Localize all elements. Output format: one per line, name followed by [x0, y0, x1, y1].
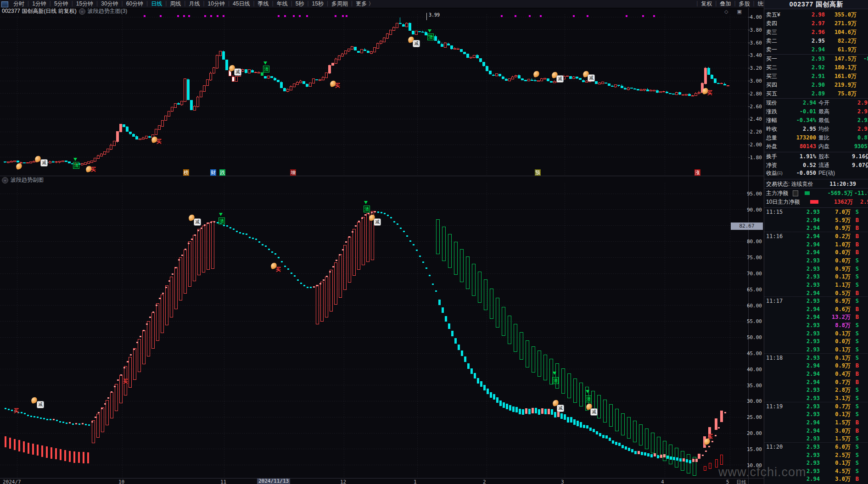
event-badge-预[interactable]: 预 [535, 169, 541, 176]
trade-row[interactable]: 2.930.0万S [764, 337, 868, 345]
period-item-1[interactable]: 分时 [10, 0, 28, 8]
trade-row[interactable]: 2.945.9万B [764, 216, 868, 224]
trade-row[interactable]: 2.930.0万S [764, 256, 868, 265]
main-net-flow-row[interactable]: 主力净额-569.5万-11.9% [764, 189, 868, 197]
trade-row[interactable]: 11:152.937.0万S [764, 208, 868, 216]
period-item-16[interactable]: 多周期 [328, 0, 351, 8]
stat-row[interactable]: 收益㈢-0.050PE(动)- [764, 169, 868, 177]
trade-row[interactable]: 2.932.5万S [764, 451, 868, 459]
trade-row[interactable]: 2.930.1万S [764, 329, 868, 338]
trade-row[interactable]: 2.943.0万B [764, 427, 868, 435]
ask-row-4[interactable]: 卖四2.97271.9万 [764, 19, 868, 28]
trade-row[interactable]: 2.931.5万S [764, 434, 868, 443]
ten-day-net-flow-row[interactable]: 10日主力净额1362万2.9% [764, 198, 868, 206]
list-icon[interactable] [793, 190, 798, 196]
trade-row[interactable]: 11:182.930.1万S [764, 354, 868, 362]
trade-row[interactable]: 2.9413.2万B [764, 313, 868, 321]
ask-row-5[interactable]: 卖五¥2.98355.0万 [764, 11, 868, 19]
event-badge-跌[interactable]: 跌 [219, 169, 225, 176]
trade-row[interactable]: 2.940.9万B [764, 224, 868, 232]
info-row[interactable]: 涨幅-0.34%最低2.92 [764, 116, 868, 124]
bid-row-4[interactable]: 买四2.90219.9万 [764, 81, 868, 89]
period-item-13[interactable]: 年线 [274, 0, 291, 8]
magenta-dot [540, 15, 542, 17]
tool-item-1[interactable]: 复权 [698, 0, 715, 8]
trade-side: B [852, 289, 859, 297]
info-row[interactable]: 涨跌-0.01最高2.98 [764, 107, 868, 116]
period-item-6[interactable]: 60分钟 [123, 0, 146, 8]
chevron-down-icon[interactable]: ⌄ [2, 177, 8, 184]
trade-row[interactable]: 2.938.8万S [764, 321, 868, 329]
field-value: 0.9万 [809, 224, 851, 232]
trade-row[interactable]: 2.932.8万S [764, 386, 868, 394]
trade-row[interactable]: 2.933.1万S [764, 394, 868, 402]
period-item-5[interactable]: 30分钟 [98, 0, 121, 8]
tool-item-2[interactable]: 叠加 [717, 0, 734, 8]
field-value: 9.07亿 [829, 161, 868, 169]
period-item-7[interactable]: 日线 [148, 0, 165, 8]
trade-row[interactable]: 11:192.930.7万S [764, 402, 868, 411]
session-status-row[interactable]: 交易状态: 连续竞价 11:20:39 [764, 180, 868, 188]
bid-row-2[interactable]: 买二2.92180.1万 [764, 63, 868, 72]
period-item-11[interactable]: 45日线 [230, 0, 253, 8]
period-item-14[interactable]: 5秒 [292, 0, 308, 8]
window-icon[interactable] [1, 1, 8, 7]
period-item-2[interactable]: 1分钟 [29, 0, 50, 8]
trade-row[interactable]: 2.940.9万B [764, 362, 868, 370]
trade-side: B [852, 240, 859, 249]
trade-row[interactable]: 2.940.7万B [764, 378, 868, 386]
ask-row-3[interactable]: 卖三2.96104.6万 [764, 28, 868, 36]
period-item-15[interactable]: 15秒 [309, 0, 327, 8]
period-item-4[interactable]: 15分钟 [73, 0, 96, 8]
event-badge-增[interactable]: 增 [290, 169, 296, 176]
trade-row[interactable]: 2.930.1万S [764, 273, 868, 281]
trade-row[interactable]: 2.941.5万B [764, 418, 868, 427]
tool-item-3[interactable]: 多股 [736, 0, 753, 8]
magenta-dot [144, 15, 146, 17]
trade-row[interactable]: 2.930.1万S [764, 345, 868, 354]
trade-row[interactable]: 2.940.4万B [764, 370, 868, 378]
trade-row[interactable]: 2.931.1万S [764, 281, 868, 289]
trade-row[interactable]: 2.940.5万B [764, 289, 868, 297]
bottom-period-tab[interactable]: 日线 [736, 479, 746, 484]
trade-row[interactable]: 2.930.9万S [764, 265, 868, 273]
info-row[interactable]: 现价2.94今开2.96 [764, 99, 868, 107]
period-item-9[interactable]: 月线 [185, 0, 203, 8]
trade-row[interactable]: 2.930.1万S [764, 410, 868, 418]
stat-row[interactable]: 换手1.91%股本9.16亿 [764, 152, 868, 161]
period-item-8[interactable]: 周线 [167, 0, 184, 8]
clear-signal-badge: 清 [552, 377, 559, 384]
bid-row-5[interactable]: 买五2.8975.8万 [764, 89, 868, 98]
chevron-down-icon[interactable]: ⌄ [79, 8, 85, 15]
reduce-signal-badge: 减 [194, 218, 201, 226]
ask-row-1[interactable]: 卖一2.9461.9万 [764, 45, 868, 54]
field-label: 卖一 [766, 45, 777, 54]
trade-row[interactable]: 2.940.0万B [764, 248, 868, 256]
trade-row[interactable]: 2.940.6万B [764, 305, 868, 313]
event-badge-涨[interactable]: 涨 [694, 169, 700, 176]
event-badge-榜[interactable]: 榜 [183, 169, 189, 176]
period-item-17[interactable]: 更多 〉 [353, 0, 377, 8]
ask-row-2[interactable]: 卖二2.9582.2万 [764, 37, 868, 45]
magenta-dot [342, 15, 344, 17]
trade-row[interactable]: 2.941.0万B [764, 240, 868, 249]
info-row[interactable]: 外盘80143内盘93057 [764, 142, 868, 150]
event-badge-财[interactable]: 财 [210, 169, 216, 176]
period-item-3[interactable]: 5分钟 [51, 0, 72, 8]
info-row[interactable]: 总量173200量比0.87 [764, 134, 868, 142]
field-value: 2.96 [829, 99, 868, 107]
field-value: 1.5万 [809, 434, 851, 443]
info-row[interactable]: 昨收2.95均价2.95 [764, 125, 868, 133]
bid-row-3[interactable]: 买三2.91161.0万 [764, 72, 868, 80]
trade-row[interactable]: 11:172.936.9万S [764, 297, 868, 305]
axis-tick [748, 43, 750, 43]
stat-row[interactable]: 净资0.52流通9.07亿 [764, 161, 868, 169]
period-item-12[interactable]: 季线 [255, 0, 272, 8]
bid-row-1[interactable]: 买一2.93147.5万-8 [764, 55, 868, 63]
trade-row[interactable]: 11:202.936.0万S [764, 443, 868, 451]
period-item-10[interactable]: 10分钟 [205, 0, 228, 8]
field-value: 3.0万 [809, 427, 851, 435]
trade-row[interactable]: 11:162.940.2万B [764, 232, 868, 240]
field-value: 0.87 [829, 134, 868, 142]
trade-side: S [852, 443, 859, 451]
